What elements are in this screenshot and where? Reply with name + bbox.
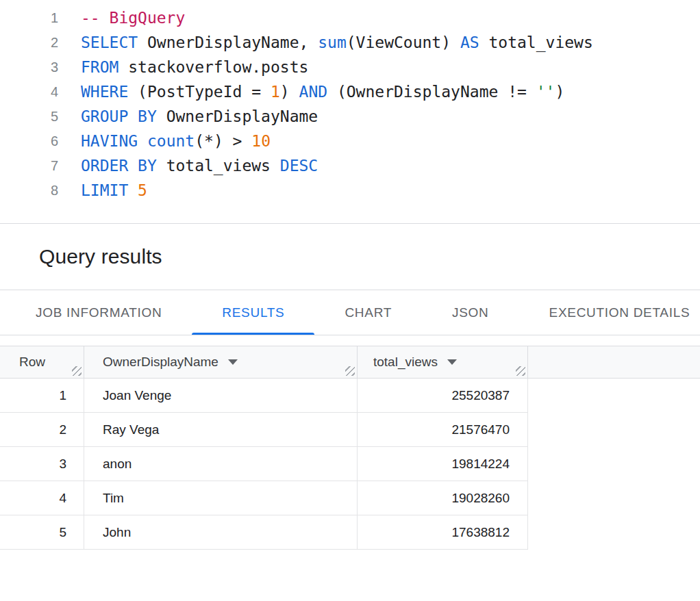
owner-display-name-cell: John — [84, 515, 358, 549]
code-token-function: count — [147, 132, 195, 150]
code-line[interactable]: 5GROUP BY OwnerDisplayName — [0, 104, 700, 129]
code-lines: 1-- BigQuery2SELECT OwnerDisplayName, su… — [0, 5, 700, 203]
column-resize-handle[interactable] — [345, 366, 355, 376]
results-tab-bar: JOB INFORMATIONRESULTSCHARTJSONEXECUTION… — [0, 290, 700, 335]
line-number: 6 — [0, 133, 58, 149]
table-row: 2Ray Vega21576470 — [0, 413, 528, 447]
header-filler — [528, 346, 700, 378]
table-row: 1Joan Venge25520387 — [0, 379, 528, 413]
code-token-keyword: SELECT — [81, 34, 138, 51]
results-table: RowOwnerDisplayNametotal_views 1Joan Ven… — [0, 346, 700, 550]
total-views-cell: 17638812 — [358, 515, 528, 549]
code-token-number: 5 — [138, 181, 147, 199]
column-header-total_views: total_views — [358, 346, 528, 378]
code-token-keyword: FROM — [81, 58, 118, 76]
total-views-cell: 21576470 — [358, 413, 528, 446]
query-results-title: Query results — [39, 245, 162, 268]
table-row: 4Tim19028260 — [0, 481, 528, 515]
row-number-cell: 1 — [0, 379, 84, 412]
code-line[interactable]: 8LIMIT 5 — [0, 178, 700, 203]
total-views-cell: 25520387 — [358, 379, 528, 412]
column-header-label: OwnerDisplayName — [103, 355, 218, 370]
code-line[interactable]: 7ORDER BY total_views DESC — [0, 153, 700, 178]
code-token-keyword: AS — [460, 34, 479, 51]
code-token-keyword: DESC — [280, 157, 318, 175]
column-header-label: Row — [19, 355, 45, 370]
table-body: 1Joan Venge255203872Ray Vega215764703ano… — [0, 379, 700, 550]
owner-display-name-cell: Ray Vega — [84, 413, 358, 446]
code-text: -- BigQuery — [81, 9, 185, 27]
column-resize-handle[interactable] — [516, 366, 525, 376]
code-token-keyword: HAVING — [81, 132, 138, 150]
code-line[interactable]: 1-- BigQuery — [0, 5, 700, 30]
code-token-number: 1 — [271, 83, 280, 101]
code-token-number: 10 — [251, 132, 271, 150]
table-row: 5John17638812 — [0, 515, 528, 550]
line-number: 2 — [0, 35, 58, 51]
code-line[interactable]: 2SELECT OwnerDisplayName, sum(ViewCount)… — [0, 30, 700, 55]
total-views-cell: 19814224 — [358, 447, 528, 481]
column-resize-handle[interactable] — [72, 366, 82, 376]
tab-results[interactable]: RESULTS — [192, 290, 314, 335]
tab-json[interactable]: JSON — [422, 290, 518, 335]
code-token-keyword: GROUP BY — [81, 107, 157, 125]
owner-display-name-cell: Joan Venge — [84, 379, 358, 412]
code-token-keyword: ORDER BY — [81, 157, 157, 175]
code-token-plain: (ViewCount) — [347, 34, 460, 51]
tab-job-information[interactable]: JOB INFORMATION — [5, 290, 192, 335]
column-header-label: total_views — [373, 355, 438, 370]
line-number: 4 — [0, 84, 58, 100]
row-number-cell: 3 — [0, 447, 84, 481]
code-text: GROUP BY OwnerDisplayName — [81, 107, 318, 125]
code-token-comment: -- BigQuery — [81, 9, 185, 27]
code-token-plain: stackoverflow.posts — [118, 58, 308, 76]
code-token-plain: total_views — [157, 157, 280, 175]
code-text: LIMIT 5 — [81, 181, 147, 199]
code-token-function: sum — [318, 34, 347, 51]
code-token-plain: OwnerDisplayName, — [138, 34, 318, 51]
code-token-plain: total_views — [479, 34, 593, 51]
code-token-plain: (*) > — [195, 132, 251, 150]
tab-execution-details[interactable]: EXECUTION DETAILS — [519, 290, 700, 335]
row-number-cell: 2 — [0, 413, 84, 446]
sql-editor[interactable]: 1-- BigQuery2SELECT OwnerDisplayName, su… — [0, 0, 700, 224]
column-header-ownerdisplayname: OwnerDisplayName — [84, 346, 358, 378]
line-number: 1 — [0, 10, 58, 26]
column-dropdown-icon[interactable] — [447, 359, 457, 365]
code-text: SELECT OwnerDisplayName, sum(ViewCount) … — [81, 34, 593, 51]
code-token-plain: ) — [555, 83, 564, 101]
code-token-keyword: WHERE — [81, 83, 128, 101]
code-line[interactable]: 6HAVING count(*) > 10 — [0, 129, 700, 153]
query-results-header: Query results — [0, 224, 700, 290]
code-line[interactable]: 4WHERE (PostTypeId = 1) AND (OwnerDispla… — [0, 79, 700, 104]
total-views-cell: 19028260 — [358, 481, 528, 515]
line-number: 5 — [0, 109, 58, 125]
code-line[interactable]: 3FROM stackoverflow.posts — [0, 55, 700, 79]
line-number: 3 — [0, 60, 58, 75]
code-text: HAVING count(*) > 10 — [81, 132, 271, 150]
row-number-cell: 5 — [0, 515, 84, 549]
table-row: 3anon19814224 — [0, 447, 528, 481]
line-number: 7 — [0, 158, 58, 174]
code-token-keyword: LIMIT — [81, 181, 128, 199]
code-token-plain: (PostTypeId = — [128, 83, 271, 101]
owner-display-name-cell: Tim — [84, 481, 358, 515]
code-text: FROM stackoverflow.posts — [81, 58, 308, 76]
code-token-plain — [128, 181, 138, 199]
code-token-string: '' — [536, 83, 555, 101]
column-dropdown-icon[interactable] — [228, 359, 238, 365]
code-token-plain — [138, 132, 147, 150]
table-header-row: RowOwnerDisplayNametotal_views — [0, 346, 700, 379]
column-header-row: Row — [0, 346, 84, 378]
owner-display-name-cell: anon — [84, 447, 358, 481]
code-text: ORDER BY total_views DESC — [81, 157, 318, 175]
line-number: 8 — [0, 183, 58, 199]
code-token-plain: ) — [280, 83, 299, 101]
row-number-cell: 4 — [0, 481, 84, 515]
code-token-keyword: AND — [299, 83, 328, 101]
code-token-plain: OwnerDisplayName — [157, 107, 318, 125]
code-text: WHERE (PostTypeId = 1) AND (OwnerDisplay… — [81, 83, 564, 101]
tab-chart[interactable]: CHART — [314, 290, 422, 335]
code-token-plain: (OwnerDisplayName != — [327, 83, 536, 101]
